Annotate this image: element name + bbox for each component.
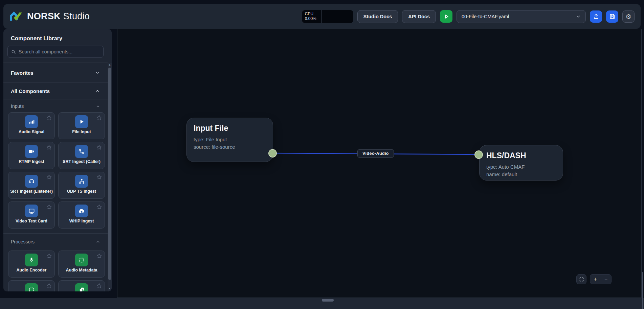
component-card-udp-ts-ingest[interactable]: UDP TS ingest bbox=[58, 172, 105, 199]
scrollbar-thumb[interactable] bbox=[108, 68, 111, 280]
norsk-logo-icon bbox=[9, 10, 23, 23]
file-dropdown[interactable]: 00-File-to-CMAF.yaml bbox=[457, 10, 586, 23]
component-card-partial[interactable] bbox=[58, 280, 105, 291]
component-card-label: SRT Ingest (Listener) bbox=[9, 189, 54, 194]
brand: NORSK Studio bbox=[3, 10, 90, 23]
section-favorites[interactable]: Favorites bbox=[3, 63, 108, 82]
component-card-srt-ingest-caller[interactable]: SRT Ingest (Caller) bbox=[58, 142, 105, 169]
search-icon bbox=[11, 49, 16, 54]
component-card-label: RTMP Ingest bbox=[17, 159, 45, 164]
component-card-file-input[interactable]: File Input bbox=[58, 112, 105, 139]
node-meta-line: name: default bbox=[486, 171, 556, 178]
dashed-square-icon bbox=[75, 254, 88, 266]
edge-label[interactable]: Video-Audio bbox=[357, 149, 394, 158]
file-dropdown-value: 00-File-to-CMAF.yaml bbox=[462, 14, 509, 19]
horizontal-scrollbar-track[interactable] bbox=[0, 298, 644, 309]
all-components-label: All Components bbox=[11, 88, 50, 94]
component-card-label: Audio Encoder bbox=[15, 268, 48, 272]
component-card-label: UDP TS ingest bbox=[66, 189, 97, 194]
search-input[interactable] bbox=[19, 49, 100, 54]
favorite-star-icon[interactable] bbox=[46, 253, 52, 259]
favorite-star-icon[interactable] bbox=[96, 204, 102, 210]
headphones-icon bbox=[25, 175, 38, 188]
component-card-label: Audio Metadata bbox=[64, 268, 98, 272]
group-processors[interactable]: Processors bbox=[3, 236, 108, 248]
fit-view-button[interactable] bbox=[576, 274, 586, 284]
component-card-label: File Input bbox=[71, 129, 92, 134]
cpu-value: 0.00% bbox=[305, 16, 321, 21]
component-card-partial[interactable] bbox=[8, 280, 55, 291]
save-icon bbox=[609, 13, 616, 20]
divider bbox=[3, 233, 108, 234]
favorite-star-icon[interactable] bbox=[46, 115, 52, 121]
component-card-label: SRT Ingest (Caller) bbox=[61, 159, 102, 164]
component-card-srt-ingest-listener[interactable]: SRT Ingest (Listener) bbox=[8, 172, 55, 199]
favorite-star-icon[interactable] bbox=[46, 144, 52, 150]
horizontal-scrollbar-thumb[interactable] bbox=[322, 299, 334, 302]
studio-docs-button[interactable]: Studio Docs bbox=[357, 10, 398, 23]
node-hls-dash[interactable]: HLS/DASH type: Auto CMAF name: default bbox=[479, 145, 563, 181]
favorite-star-icon[interactable] bbox=[46, 204, 52, 210]
scroll-up-arrow[interactable]: ▲ bbox=[108, 63, 112, 67]
processors-label: Processors bbox=[11, 239, 35, 244]
app-title: NORSK Studio bbox=[27, 11, 90, 22]
component-card-audio-metadata[interactable]: Audio Metadata bbox=[58, 251, 105, 278]
top-bar: NORSK Studio CPU 0.00% Studio Docs API D… bbox=[3, 4, 641, 29]
component-card-label: Audio Signal bbox=[17, 129, 46, 134]
save-button[interactable] bbox=[606, 10, 618, 23]
node-title: HLS/DASH bbox=[486, 151, 556, 160]
settings-button[interactable]: ⚙ bbox=[622, 10, 635, 23]
audio-signal-icon bbox=[25, 115, 38, 128]
node-input-file[interactable]: Input File type: File Input source: file… bbox=[186, 118, 273, 162]
favorite-star-icon[interactable] bbox=[96, 174, 102, 180]
zoom-controls: + − bbox=[590, 274, 612, 284]
node-title: Input File bbox=[194, 124, 266, 133]
upload-icon bbox=[593, 13, 599, 20]
output-port-input-file[interactable] bbox=[268, 149, 277, 158]
fullscreen-icon bbox=[579, 277, 584, 282]
favorite-star-icon[interactable] bbox=[96, 283, 102, 289]
monitor-icon bbox=[25, 205, 38, 217]
sidebar-scrollbar[interactable]: ▲ ▼ bbox=[108, 63, 112, 291]
cloud-upload-icon bbox=[75, 205, 88, 217]
upload-button[interactable] bbox=[590, 10, 602, 23]
scroll-down-arrow[interactable]: ▼ bbox=[108, 287, 112, 291]
input-port-hls-dash[interactable] bbox=[474, 150, 483, 159]
component-card-audio-signal[interactable]: Audio Signal bbox=[8, 112, 55, 139]
zoom-out-button[interactable]: − bbox=[601, 275, 612, 284]
flow-canvas[interactable]: Input File type: File Input source: file… bbox=[117, 29, 642, 298]
component-library-panel: Component Library Favorites All Componen… bbox=[3, 29, 112, 291]
copy-icon bbox=[75, 283, 88, 291]
chevron-down-icon bbox=[95, 70, 100, 75]
microphone-icon bbox=[25, 254, 38, 266]
brand-light: Studio bbox=[63, 11, 90, 21]
play-icon bbox=[443, 14, 449, 20]
node-meta-line: type: File Input bbox=[194, 136, 266, 143]
component-card-video-test-card[interactable]: Video Test Card bbox=[8, 201, 55, 229]
favorites-label: Favorites bbox=[11, 70, 34, 76]
zoom-in-button[interactable]: + bbox=[590, 275, 601, 284]
favorite-star-icon[interactable] bbox=[46, 174, 52, 180]
node-meta-line: source: file-source bbox=[194, 143, 266, 151]
component-card-whip-ingest[interactable]: WHIP Ingest bbox=[58, 201, 105, 229]
component-card-audio-encoder[interactable]: Audio Encoder bbox=[8, 251, 55, 278]
panel-title: Component Library bbox=[3, 29, 108, 42]
favorite-star-icon[interactable] bbox=[96, 115, 102, 121]
favorite-star-icon[interactable] bbox=[96, 144, 102, 150]
gear-icon: ⚙ bbox=[625, 13, 631, 20]
favorite-star-icon[interactable] bbox=[96, 253, 102, 259]
component-card-rtmp-ingest[interactable]: RTMP Ingest bbox=[8, 142, 55, 169]
brand-bold: NORSK bbox=[27, 11, 61, 21]
vertical-scrollbar[interactable] bbox=[642, 272, 643, 309]
section-all-components[interactable]: All Components bbox=[3, 83, 108, 99]
chevron-up-icon bbox=[95, 88, 100, 94]
component-search[interactable] bbox=[7, 46, 104, 58]
group-inputs[interactable]: Inputs bbox=[3, 100, 108, 112]
cpu-bar bbox=[321, 10, 353, 23]
api-docs-button[interactable]: API Docs bbox=[402, 10, 436, 23]
run-button[interactable] bbox=[440, 10, 452, 23]
component-card-label: WHIP Ingest bbox=[68, 219, 95, 223]
phone-icon bbox=[75, 145, 88, 158]
component-card-label: Video Test Card bbox=[14, 219, 49, 223]
favorite-star-icon[interactable] bbox=[46, 283, 52, 289]
